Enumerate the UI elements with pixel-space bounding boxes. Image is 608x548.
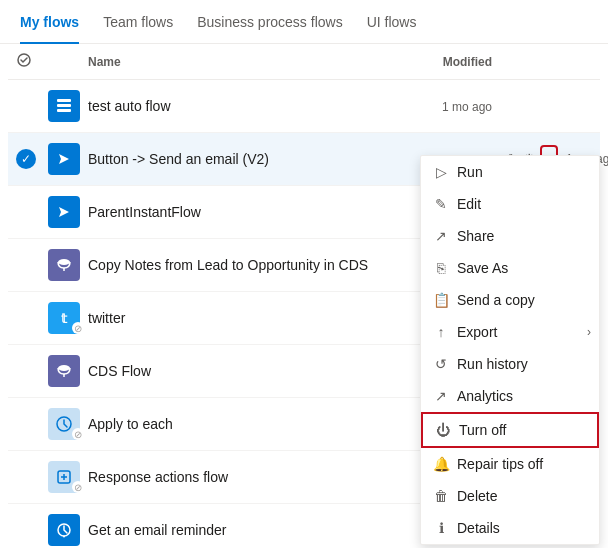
menu-item-turn-off[interactable]: ⏻ Turn off: [421, 412, 599, 448]
row-icon-wrapper: ⊘: [48, 457, 88, 497]
flows-table: Name Modified test auto flow 1 mo ago ✓: [0, 44, 608, 548]
row-icon-wrapper: ⊘: [48, 404, 88, 444]
row-icon-wrapper: [48, 139, 88, 179]
flow-name: Apply to each: [88, 416, 392, 432]
flow-icon: [48, 90, 80, 122]
menu-item-send-copy[interactable]: 📋 Send a copy: [421, 284, 599, 316]
send-copy-icon: 📋: [433, 292, 449, 308]
menu-item-save-as[interactable]: ⎘ Save As: [421, 252, 599, 284]
header-check: [16, 52, 48, 71]
flow-icon: [48, 196, 80, 228]
menu-item-details[interactable]: ℹ Details: [421, 512, 599, 544]
selected-check-icon: ✓: [16, 149, 36, 169]
disabled-icon: ⊘: [72, 481, 84, 493]
header-modified: Modified: [392, 55, 492, 69]
menu-item-share[interactable]: ↗ Share: [421, 220, 599, 252]
menu-item-export[interactable]: ↑ Export ›: [421, 316, 599, 348]
export-icon: ↑: [433, 324, 449, 340]
table-row[interactable]: test auto flow 1 mo ago: [8, 80, 600, 133]
analytics-icon: ↗: [433, 388, 449, 404]
row-icon-wrapper: [48, 192, 88, 232]
tab-team-flows[interactable]: Team flows: [91, 0, 185, 44]
row-icon-wrapper: [48, 351, 88, 391]
svg-rect-2: [57, 104, 71, 107]
flow-name: ParentInstantFlow: [88, 204, 392, 220]
save-as-icon: ⎘: [433, 260, 449, 276]
menu-item-analytics[interactable]: ↗ Analytics: [421, 380, 599, 412]
svg-point-6: [58, 365, 70, 371]
svg-point-4: [58, 259, 70, 265]
flow-modified: 1 mo ago: [392, 98, 492, 114]
flow-name: Get an email reminder: [88, 522, 392, 538]
row-check[interactable]: ✓: [16, 149, 48, 169]
edit-icon: ✎: [433, 196, 449, 212]
flow-icon: [48, 249, 80, 281]
tab-my-flows[interactable]: My flows: [8, 0, 91, 44]
header-name: Name: [88, 55, 392, 69]
delete-icon: 🗑: [433, 488, 449, 504]
tab-bar: My flows Team flows Business process flo…: [0, 0, 608, 44]
flow-name: Copy Notes from Lead to Opportunity in C…: [88, 257, 392, 273]
flow-name: twitter: [88, 310, 392, 326]
disabled-icon: ⊘: [72, 428, 84, 440]
flow-name: Response actions flow: [88, 469, 392, 485]
flow-name: test auto flow: [88, 98, 392, 114]
menu-item-run[interactable]: ▷ Run: [421, 156, 599, 188]
turn-off-icon: ⏻: [435, 422, 451, 438]
repair-icon: 🔔: [433, 456, 449, 472]
submenu-chevron-icon: ›: [587, 325, 591, 339]
flow-icon: [48, 514, 80, 546]
svg-point-11: [63, 536, 65, 538]
flow-icon: [48, 355, 80, 387]
run-icon: ▷: [433, 164, 449, 180]
context-menu: ▷ Run ✎ Edit ↗ Share ⎘ Save As 📋 Send: [420, 155, 600, 545]
svg-rect-3: [57, 109, 71, 112]
table-row[interactable]: ✓ Button -> Send an email (V2) ▷ ✎ ⚙ ⋯ 1…: [8, 133, 600, 186]
flow-name: CDS Flow: [88, 363, 392, 379]
row-icon-wrapper: [48, 86, 88, 126]
run-history-icon: ↺: [433, 356, 449, 372]
row-icon-wrapper: 𝕥 ⊘: [48, 298, 88, 338]
table-header: Name Modified: [8, 44, 600, 80]
menu-item-repair[interactable]: 🔔 Repair tips off: [421, 448, 599, 480]
disabled-icon: ⊘: [72, 322, 84, 334]
flow-icon: [48, 143, 80, 175]
svg-rect-1: [57, 99, 71, 102]
menu-item-run-history[interactable]: ↺ Run history: [421, 348, 599, 380]
menu-item-delete[interactable]: 🗑 Delete: [421, 480, 599, 512]
row-icon-wrapper: [48, 245, 88, 285]
tab-business-process[interactable]: Business process flows: [185, 0, 355, 44]
details-icon: ℹ: [433, 520, 449, 536]
tab-ui-flows[interactable]: UI flows: [355, 0, 429, 44]
menu-item-edit[interactable]: ✎ Edit: [421, 188, 599, 220]
share-icon: ↗: [433, 228, 449, 244]
row-icon-wrapper: [48, 510, 88, 548]
